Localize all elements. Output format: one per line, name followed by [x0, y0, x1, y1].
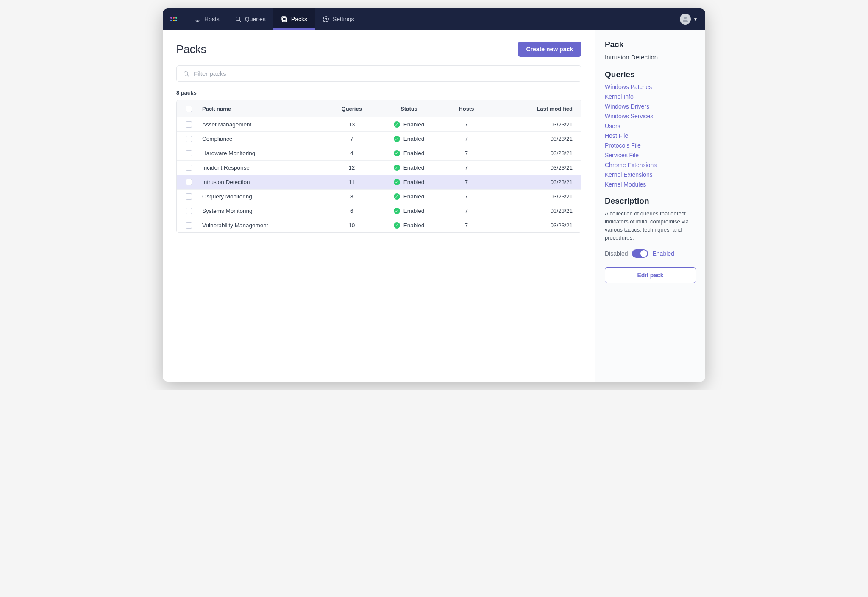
check-icon: ✓ [394, 136, 400, 142]
th-hosts[interactable]: Hosts [440, 106, 492, 112]
check-icon: ✓ [394, 150, 400, 156]
select-all-checkbox[interactable] [186, 106, 192, 112]
cell-name: Incident Response [200, 165, 326, 171]
cell-modified: 03/23/21 [492, 193, 581, 200]
filter-input[interactable] [194, 70, 575, 77]
side-pack-name: Intrusion Detection [605, 53, 696, 61]
cell-hosts: 7 [440, 193, 492, 200]
check-icon: ✓ [394, 121, 400, 128]
side-description-heading: Description [605, 196, 696, 206]
cell-modified: 03/23/21 [492, 121, 581, 128]
query-link[interactable]: Chrome Extensions [605, 162, 696, 168]
th-status[interactable]: Status [378, 106, 440, 112]
query-link[interactable]: Windows Services [605, 113, 696, 120]
filter-input-wrap[interactable] [176, 65, 581, 82]
cell-status: ✓ Enabled [378, 165, 440, 171]
th-modified[interactable]: Last modified [492, 106, 581, 112]
th-queries[interactable]: Queries [326, 106, 378, 112]
edit-pack-button[interactable]: Edit pack [605, 267, 696, 283]
cell-status: ✓ Enabled [378, 136, 440, 142]
packs-icon [281, 16, 288, 22]
cell-status: ✓ Enabled [378, 222, 440, 229]
status-text: Enabled [403, 150, 425, 156]
query-link[interactable]: Host File [605, 132, 696, 139]
query-link[interactable]: Windows Drivers [605, 103, 696, 110]
cell-hosts: 7 [440, 121, 492, 128]
create-pack-button[interactable]: Create new pack [518, 42, 582, 57]
cell-name: Compliance [200, 136, 326, 142]
table-row[interactable]: Osquery Monitoring 8 ✓ Enabled 7 03/23/2… [177, 190, 581, 204]
avatar-icon [680, 14, 691, 25]
row-checkbox[interactable] [186, 179, 192, 185]
query-link[interactable]: Kernel Info [605, 93, 696, 100]
nav-items: Hosts Queries Packs Settings [186, 8, 362, 30]
query-link[interactable]: Windows Patches [605, 84, 696, 90]
chevron-down-icon: ▼ [693, 17, 698, 22]
row-checkbox[interactable] [186, 136, 192, 142]
row-checkbox[interactable] [186, 150, 192, 156]
table-row[interactable]: Intrusion Detection 11 ✓ Enabled 7 03/23… [177, 175, 581, 190]
cell-queries: 10 [326, 222, 378, 229]
cell-modified: 03/23/21 [492, 136, 581, 142]
cell-name: Vulnerability Management [200, 222, 326, 229]
query-link[interactable]: Kernel Modules [605, 181, 696, 188]
query-link[interactable]: Services File [605, 152, 696, 159]
cell-queries: 11 [326, 179, 378, 185]
cell-name: Osquery Monitoring [200, 193, 326, 200]
cell-modified: 03/23/21 [492, 208, 581, 214]
user-menu[interactable]: ▼ [680, 14, 698, 25]
nav-label: Queries [245, 16, 266, 22]
logo-icon [170, 15, 179, 23]
query-link[interactable]: Protocols File [605, 142, 696, 149]
svg-point-3 [236, 17, 239, 21]
status-text: Enabled [403, 208, 425, 214]
table-row[interactable]: Compliance 7 ✓ Enabled 7 03/23/21 [177, 132, 581, 146]
svg-line-10 [187, 75, 189, 76]
cell-status: ✓ Enabled [378, 179, 440, 185]
app-frame: Hosts Queries Packs Settings [163, 8, 705, 382]
row-checkbox[interactable] [186, 165, 192, 171]
table-row[interactable]: Asset Management 13 ✓ Enabled 7 03/23/21 [177, 117, 581, 132]
pack-count-label: 8 packs [176, 89, 581, 96]
check-icon: ✓ [394, 193, 400, 200]
table-row[interactable]: Systems Monitoring 6 ✓ Enabled 7 03/23/2… [177, 204, 581, 218]
cell-hosts: 7 [440, 222, 492, 229]
nav-label: Settings [333, 16, 354, 22]
table-row[interactable]: Incident Response 12 ✓ Enabled 7 03/23/2… [177, 161, 581, 175]
cell-modified: 03/23/21 [492, 222, 581, 229]
query-link[interactable]: Users [605, 123, 696, 129]
table-row[interactable]: Vulnerability Management 10 ✓ Enabled 7 … [177, 218, 581, 232]
packs-table: Pack name Queries Status Hosts Last modi… [176, 100, 581, 233]
enable-toggle[interactable] [632, 249, 648, 258]
th-name[interactable]: Pack name [200, 106, 326, 112]
check-icon: ✓ [394, 222, 400, 229]
status-text: Enabled [403, 136, 425, 142]
svg-rect-0 [195, 17, 200, 20]
row-checkbox[interactable] [186, 208, 192, 214]
check-icon: ✓ [394, 165, 400, 171]
cell-hosts: 7 [440, 165, 492, 171]
table-row[interactable]: Hardware Monitoring 4 ✓ Enabled 7 03/23/… [177, 146, 581, 161]
query-link[interactable]: Kernel Extensions [605, 171, 696, 178]
check-icon: ✓ [394, 179, 400, 185]
nav-item-packs[interactable]: Packs [273, 8, 315, 30]
svg-point-8 [684, 17, 687, 19]
cell-queries: 8 [326, 193, 378, 200]
row-checkbox[interactable] [186, 121, 192, 128]
row-checkbox[interactable] [186, 193, 192, 200]
status-text: Enabled [403, 165, 425, 171]
nav-item-hosts[interactable]: Hosts [186, 8, 227, 30]
check-icon: ✓ [394, 208, 400, 214]
search-icon [183, 70, 189, 77]
status-text: Enabled [403, 179, 425, 185]
cell-hosts: 7 [440, 150, 492, 156]
row-checkbox[interactable] [186, 222, 192, 229]
nav-item-queries[interactable]: Queries [227, 8, 273, 30]
nav-item-settings[interactable]: Settings [315, 8, 362, 30]
status-text: Enabled [403, 121, 425, 128]
cell-status: ✓ Enabled [378, 193, 440, 200]
svg-point-7 [325, 18, 327, 20]
svg-line-4 [239, 20, 241, 22]
side-panel: Pack Intrusion Detection Queries Windows… [595, 30, 705, 382]
nav-label: Packs [291, 16, 307, 22]
